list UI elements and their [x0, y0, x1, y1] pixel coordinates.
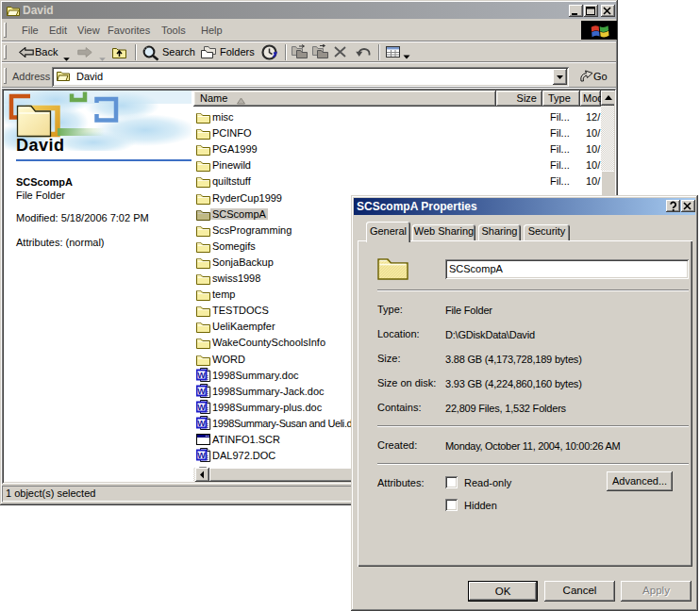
- svg-text:W: W: [197, 451, 206, 460]
- svg-text:W: W: [197, 402, 206, 411]
- svg-text:W: W: [197, 386, 206, 395]
- svg-text:W: W: [197, 370, 206, 379]
- svg-text:W: W: [197, 418, 206, 427]
